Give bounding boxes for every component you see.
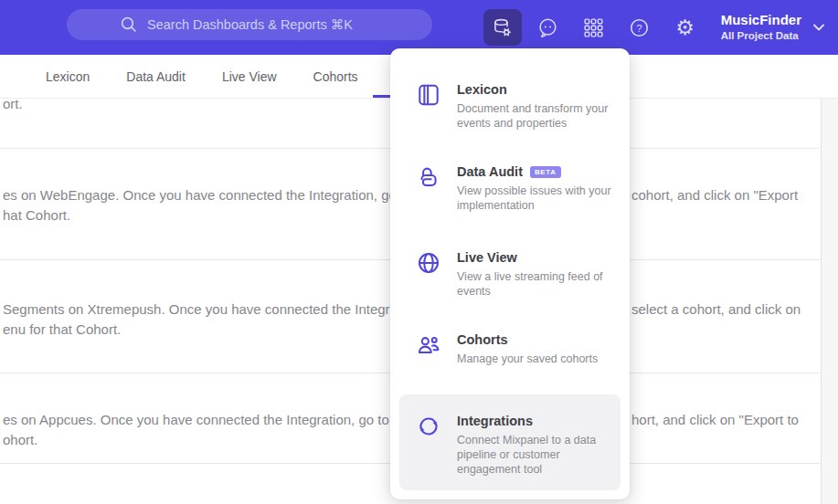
menu-item-title: Lexicon — [457, 82, 507, 98]
tab-lexicon[interactable]: Lexicon — [46, 69, 90, 84]
menu-item-description: Document and transform your events and p… — [457, 101, 621, 131]
database-gear-icon — [491, 16, 514, 39]
menu-item-live-view[interactable]: Live View View a live streaming feed of … — [390, 250, 630, 299]
row2-line1-right: cohort, and click on "Export — [631, 187, 798, 203]
data-management-button[interactable] — [483, 9, 522, 46]
data-management-menu: Lexicon Document and transform your even… — [390, 48, 630, 499]
scrollbar-gutter[interactable] — [821, 99, 838, 504]
menu-item-lexicon[interactable]: Lexicon Document and transform your even… — [390, 82, 630, 131]
project-scope: All Project Data — [721, 29, 801, 42]
chat-smiley-icon — [536, 16, 559, 39]
menu-item-data-audit[interactable]: Data Audit BETA View possible issues wit… — [390, 164, 630, 213]
lexicon-book-icon — [416, 82, 441, 108]
chevron-down-icon — [812, 23, 825, 32]
menu-item-title: Data Audit — [457, 164, 523, 180]
svg-text:?: ? — [636, 22, 642, 33]
row3-line1-left: Segments on Xtremepush. Once you have co… — [3, 301, 423, 317]
row4-line1-left: es on Appcues. Once you have connected t… — [3, 412, 427, 427]
top-navigation-bar: ? ⚙ MusicFinder All Project Data — [0, 0, 838, 55]
tab-live-view[interactable]: Live View — [222, 69, 277, 84]
row2-line1-left: es on WebEngage. Once you have connected… — [3, 187, 435, 203]
menu-item-title: Integrations — [457, 414, 533, 429]
grid-icon — [582, 16, 605, 39]
feedback-button[interactable] — [529, 9, 568, 46]
integrations-sync-icon — [416, 414, 441, 439]
row2-line2-left: hat Cohort. — [3, 207, 70, 223]
cohorts-people-icon — [416, 332, 441, 358]
help-icon: ? — [628, 16, 651, 39]
beta-badge: BETA — [530, 166, 561, 178]
row4-line2-left: ohort. — [3, 432, 37, 447]
tab-cohorts[interactable]: Cohorts — [313, 69, 358, 84]
tab-data-audit[interactable]: Data Audit — [126, 69, 186, 84]
menu-item-integrations[interactable]: Integrations Connect Mixpanel to a data … — [390, 414, 630, 477]
live-view-globe-icon — [416, 250, 441, 276]
global-search[interactable] — [67, 9, 432, 40]
data-audit-icon — [416, 164, 441, 190]
row3-line2-left: enu for that Cohort. — [3, 321, 121, 337]
help-button[interactable]: ? — [621, 9, 659, 46]
settings-button[interactable]: ⚙ — [666, 9, 705, 46]
search-input[interactable] — [147, 17, 380, 32]
gear-icon: ⚙ — [675, 17, 695, 38]
search-icon — [119, 15, 139, 35]
apps-grid-button[interactable] — [575, 9, 613, 46]
menu-item-title: Cohorts — [457, 332, 508, 348]
project-name: MusicFinder — [721, 12, 801, 29]
row4-line1-right: hort, and click on "Export to — [631, 412, 799, 427]
menu-item-description: Connect Mixpanel to a data pipeline or c… — [457, 433, 621, 477]
menu-item-description: View possible issues with your implement… — [457, 184, 630, 213]
project-switcher[interactable]: MusicFinder All Project Data — [721, 12, 825, 42]
row3-line1-right: select a cohort, and click on — [631, 301, 801, 317]
menu-item-description: Manage your saved cohorts — [457, 352, 598, 366]
menu-item-cohorts[interactable]: Cohorts Manage your saved cohorts — [390, 332, 630, 366]
menu-item-description: View a live streaming feed of events — [457, 269, 621, 299]
menu-item-title: Live View — [457, 250, 517, 266]
